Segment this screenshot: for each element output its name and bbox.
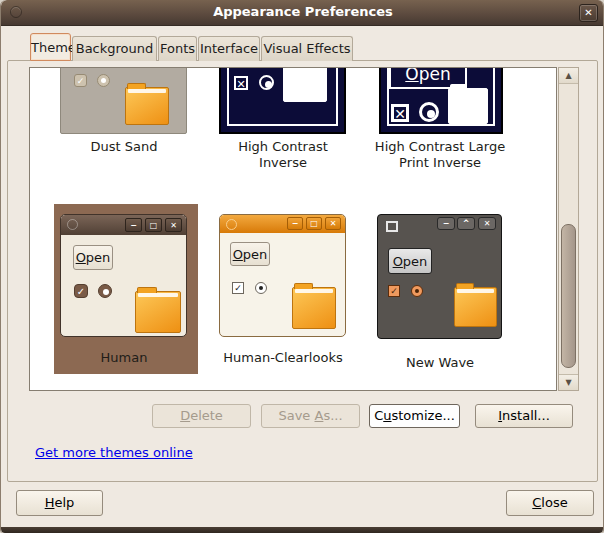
tab-label: Theme	[31, 40, 76, 55]
minimize-icon: −	[287, 217, 303, 230]
folder-icon	[135, 291, 181, 333]
open-button-decoration: Open	[230, 242, 270, 266]
tab-visual-effects[interactable]: Visual Effects	[261, 36, 353, 61]
theme-item-dust-sand[interactable]: ✓ Dust Sand	[44, 67, 204, 177]
checkbox-icon: ✕	[234, 76, 248, 90]
folder-icon	[125, 87, 169, 125]
radio-icon	[411, 285, 423, 297]
tab-label: Interface	[200, 41, 258, 56]
checkbox-icon: ✓	[74, 284, 88, 298]
tab-label: Fonts	[160, 41, 195, 56]
theme-thumbnail: ✕	[219, 67, 346, 134]
theme-name-label: Human-Clearlooks	[203, 350, 363, 366]
theme-name-label: High Contrast Inverse	[223, 139, 343, 171]
get-more-themes-link[interactable]: Get more themes online	[35, 445, 193, 460]
window-title: Appearance Preferences	[1, 4, 604, 19]
window-bottom-border	[1, 527, 603, 533]
checkbox-icon: ✓	[388, 285, 400, 297]
radio-icon	[255, 282, 267, 294]
radio-icon	[98, 284, 112, 298]
appearance-preferences-window: Appearance Preferences ✕ Theme Backgroun…	[0, 0, 604, 533]
minimize-icon: −	[437, 217, 455, 230]
maximize-icon: ^	[457, 217, 475, 230]
theme-item-new-wave[interactable]: − ^ ✕ Open ✓ New Wave	[360, 214, 520, 384]
scroll-down-icon: ▼	[565, 378, 571, 387]
theme-name-label: Dust Sand	[44, 139, 204, 155]
install-button[interactable]: Install...	[475, 404, 573, 428]
theme-thumbnail: Open ✕	[379, 67, 503, 134]
scrollbar-thumb[interactable]	[561, 224, 576, 368]
radio-icon	[259, 75, 274, 90]
tab-fonts[interactable]: Fonts	[158, 36, 197, 61]
close-icon: ✕	[165, 218, 182, 232]
window-menu-icon	[386, 221, 398, 232]
theme-thumbnail: ✓	[60, 67, 187, 134]
theme-thumbnail: − ^ ✕ Open ✓	[377, 214, 502, 339]
theme-thumbnail: − □ ✕ Open ✓	[60, 214, 187, 337]
mini-titlebar: − □ ✕	[220, 215, 345, 233]
theme-name-label: Human	[44, 350, 204, 366]
tab-interface[interactable]: Interface	[198, 36, 260, 61]
checkbox-icon: ✓	[232, 282, 244, 294]
help-button[interactable]: Help	[16, 490, 103, 516]
minimize-icon: −	[125, 218, 142, 232]
window-menu-icon	[226, 219, 237, 230]
theme-name-label: New Wave	[360, 355, 520, 371]
radio-icon	[419, 102, 439, 122]
theme-thumbnail: − □ ✕ Open ✓	[219, 214, 346, 337]
theme-list-scrollbar[interactable]: ▲ ▼	[558, 67, 579, 391]
open-button-decoration: Open	[388, 248, 432, 274]
theme-item-human-clearlooks[interactable]: − □ ✕ Open ✓ Human-Clearlooks	[203, 214, 363, 384]
scroll-up-button[interactable]: ▲	[559, 68, 578, 84]
maximize-icon: □	[306, 217, 322, 230]
close-icon: ✕	[584, 7, 592, 18]
folder-icon	[448, 88, 488, 124]
tab-theme[interactable]: Theme	[30, 33, 71, 61]
close-icon: ✕	[478, 217, 496, 230]
close-icon: ✕	[325, 217, 341, 230]
window-menu-icon	[67, 219, 78, 230]
theme-name-label: High Contrast Large Print Inverse	[372, 139, 508, 171]
folder-icon	[283, 67, 327, 102]
scroll-up-icon: ▲	[565, 71, 571, 80]
tab-background[interactable]: Background	[72, 36, 157, 61]
window-close-button[interactable]: ✕	[579, 4, 598, 22]
tab-label: Visual Effects	[263, 41, 350, 56]
theme-item-high-contrast-inverse[interactable]: ✕ High Contrast Inverse	[203, 67, 363, 177]
tab-label: Background	[76, 41, 154, 56]
mini-titlebar: − □ ✕	[61, 215, 186, 235]
folder-icon	[292, 287, 336, 329]
maximize-icon: □	[145, 218, 162, 232]
theme-item-human[interactable]: − □ ✕ Open ✓ Human	[44, 214, 204, 384]
checkbox-icon: ✕	[391, 104, 409, 122]
folder-icon	[454, 287, 497, 327]
theme-item-high-contrast-large-print-inverse[interactable]: Open ✕ High Contrast Large Print Inverse	[360, 67, 520, 177]
customize-button[interactable]: Customize...	[369, 404, 460, 428]
close-button[interactable]: Close	[506, 490, 594, 516]
scroll-down-button[interactable]: ▼	[559, 374, 578, 390]
save-as-button[interactable]: Save As...	[261, 404, 360, 428]
theme-list[interactable]: ✓ Dust Sand ✕ High Contrast Inverse Open…	[29, 67, 557, 391]
titlebar[interactable]: Appearance Preferences ✕	[1, 0, 604, 26]
radio-icon	[97, 74, 110, 87]
delete-button[interactable]: Delete	[152, 404, 251, 428]
checkbox-icon: ✓	[74, 74, 87, 87]
open-button-decoration: Open	[73, 245, 113, 270]
